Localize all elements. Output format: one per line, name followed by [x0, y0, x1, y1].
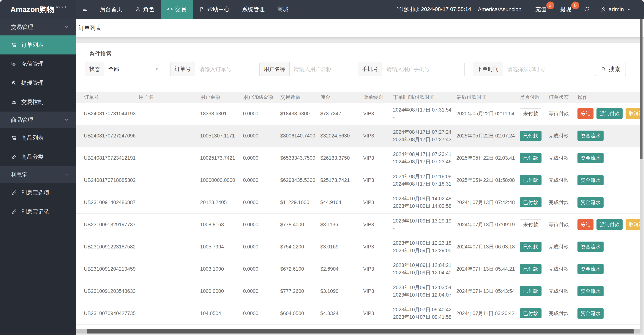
sidebar-group-interest-treasure[interactable]: 利息宝: [0, 166, 76, 183]
sidebar-group-trade-manage[interactable]: 交易管理: [0, 19, 76, 36]
nav-item-label: 系统管理: [242, 6, 264, 13]
flow-button[interactable]: 资金流水: [578, 175, 604, 185]
col-header: 用户名: [134, 92, 196, 103]
cell-balance: 1003.1090: [196, 258, 238, 280]
cell-amount: $6293435.5300: [276, 169, 316, 191]
flow-button[interactable]: 资金流水: [578, 131, 604, 141]
search-input-username[interactable]: [290, 62, 349, 76]
vertical-scrollbar-thumb[interactable]: [640, 19, 642, 159]
pay-time: -: [393, 225, 452, 232]
cell-last-pay-time: 2025年05月22日 02:07:24: [452, 125, 515, 147]
order-time: 2023年10月09日 12:03:54: [393, 284, 452, 291]
table-row: UB240817073154419318333.68010.0000$18433…: [76, 103, 642, 125]
cell-last-pay-time: 2025年05月22日 02:11:54: [452, 103, 515, 125]
search-button[interactable]: 搜索: [595, 62, 626, 76]
sidebar-group-goods-manage[interactable]: 商品管理: [0, 112, 76, 128]
paid-badge: 已付款: [520, 153, 542, 163]
freeze-button[interactable]: 冻结: [578, 108, 594, 119]
cell-actions: 资金流水: [573, 302, 642, 324]
cancel-button[interactable]: 取消订单: [626, 219, 642, 230]
sidebar-item-goods-list[interactable]: 商品列表: [0, 128, 76, 147]
cell-username: [134, 258, 196, 280]
cell-balance: 10000000.0000: [196, 169, 238, 191]
sidebar-item-withdraw-manage[interactable]: 提现管理: [0, 74, 76, 93]
pay-time: 2023年10月09日 14:02:58: [393, 202, 452, 210]
cell-username: [134, 302, 196, 324]
force-button[interactable]: 强制付款: [596, 108, 622, 119]
withdraw-button[interactable]: 提现 0: [560, 6, 571, 13]
cell-username: [134, 191, 196, 214]
cell-times: 2024年08月17日 07:27:242024年08月17日 07:27:43: [388, 125, 452, 147]
search-input-order-time[interactable]: [503, 62, 587, 76]
flow-button[interactable]: 资金流水: [578, 286, 604, 296]
nav-item-label: 商城: [277, 6, 288, 13]
sidebar-item-goods-category[interactable]: 商品分类: [0, 147, 76, 166]
cell-frozen: 0.0000: [238, 258, 276, 280]
cell-times: 2024年08月17日 07:31:54-: [388, 103, 452, 125]
cell-frozen: 0.0000: [238, 280, 276, 302]
table-header-row: 订单号用户名用户余额用户冻结金额交易数额佣金做单级别下单时间/付款时间最后付款时…: [76, 92, 642, 103]
withdraw-label: 提现: [560, 6, 571, 12]
flow-button[interactable]: 资金流水: [578, 197, 604, 208]
pay-time: 2023年10月07日 09:41:58: [393, 313, 452, 321]
table-row: UB23100912035486331000.00000.0000$777.26…: [76, 280, 642, 302]
nav-item-trade[interactable]: 交易: [161, 0, 193, 19]
sidebar-item-interest-records[interactable]: 利息宝记录: [0, 202, 76, 221]
horizontal-scrollbar[interactable]: [76, 329, 642, 333]
cancel-button[interactable]: 取消订单: [626, 108, 642, 119]
nav-item-help-center[interactable]: 帮助中心: [193, 0, 236, 19]
freeze-button[interactable]: 冻结: [578, 219, 594, 230]
cell-frozen: 0.0000: [238, 302, 276, 324]
flow-button[interactable]: 资金流水: [578, 264, 604, 274]
search-select-status[interactable]: 全部▼: [104, 62, 162, 76]
flow-button[interactable]: 资金流水: [578, 153, 604, 163]
order-time: 2023年10月09日 12:23:18: [393, 239, 452, 247]
cell-order-no: UB2310070940427735: [76, 302, 134, 324]
cell-times: 2023年10月09日 13:29:19-: [388, 214, 452, 236]
recharge-button[interactable]: 充值 3: [535, 6, 546, 13]
nav-item-roles[interactable]: 角色: [128, 0, 161, 19]
cell-commission: $3.0169: [316, 236, 359, 258]
paid-badge: 未付款: [520, 108, 542, 119]
nav-item-mall[interactable]: 商城: [271, 0, 295, 19]
content: 条件搜索 状态全部▼订单号用户名称手机号下单时间搜索 订单号用户名用户余额用户冻…: [76, 43, 642, 333]
cell-frozen: 0.0000: [238, 147, 276, 169]
cell-frozen: 0.0000: [238, 103, 276, 125]
sidebar-group-label: 商品管理: [11, 116, 33, 124]
cart-icon: [11, 135, 17, 141]
force-button[interactable]: 强制付款: [596, 219, 622, 230]
cell-commission: $3.1136: [316, 214, 359, 236]
search-card: 条件搜索 状态全部▼订单号用户名称手机号下单时间搜索: [80, 54, 638, 83]
sidebar-item-recharge-manage[interactable]: 充值管理: [0, 55, 76, 74]
table-body: UB240817073154419318333.68010.0000$18433…: [76, 103, 642, 333]
nav-item-system[interactable]: 系统管理: [236, 0, 271, 19]
sidebar-toggle-button[interactable]: [76, 0, 94, 19]
sidebar-item-interest-options[interactable]: 利息宝选项: [0, 183, 76, 202]
sidebar-item-order-list[interactable]: 订单列表: [0, 36, 76, 55]
vertical-scrollbar[interactable]: [640, 19, 642, 333]
cell-username: [134, 280, 196, 302]
search-input-phone[interactable]: [382, 62, 464, 76]
cell-actions: 冻结强制付款取消订单: [573, 103, 642, 125]
cell-times: 2023年10月09日 12:04:212023年10月09日 12:04:40: [388, 258, 452, 280]
cell-commission: $73.7347: [316, 103, 359, 125]
cell-amount: $604.0500: [276, 302, 316, 324]
user-menu[interactable]: admin: [600, 6, 632, 13]
cell-paid: 已付款: [515, 147, 544, 169]
cell-commission: $4.8324: [316, 302, 359, 324]
table-row: UB23100912231875821005.79940.0000$754.22…: [76, 236, 642, 258]
search-input-order-no[interactable]: [195, 62, 251, 76]
col-header: 做单级别: [359, 92, 388, 103]
flow-button[interactable]: 资金流水: [578, 241, 604, 252]
cell-frozen: 0.0000: [238, 169, 276, 191]
horizontal-scrollbar-thumb[interactable]: [87, 329, 634, 333]
cell-last-pay-time: 2025年05月22日 02:03:41: [452, 147, 515, 169]
nav-item-dashboard[interactable]: 后台首页: [94, 0, 128, 19]
sidebar-item-trade-control[interactable]: 交易控制: [0, 93, 76, 112]
brand: Amazon购物 V2.2.1: [0, 0, 76, 19]
sidebar-item-label: 商品分类: [21, 153, 44, 161]
cell-actions: 资金流水: [573, 258, 642, 280]
flow-button[interactable]: 资金流水: [578, 308, 604, 318]
refresh-button[interactable]: [584, 6, 590, 12]
cell-level: VIP3: [359, 125, 388, 147]
